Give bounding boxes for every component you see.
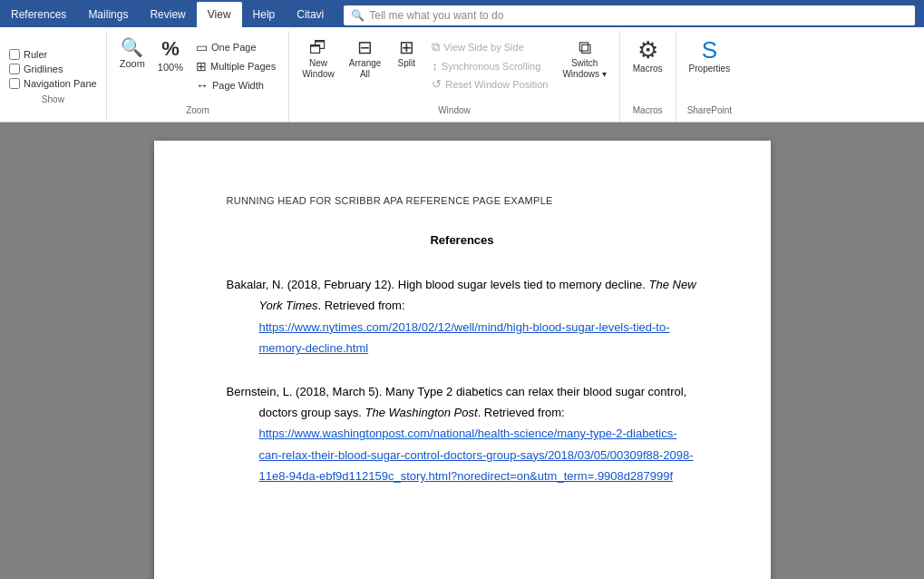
multiple-pages-label: Multiple Pages [210, 61, 276, 72]
window-group: 🗗 New Window ⊟ Arrange All ⊞ Split ⧉ Vie… [289, 31, 620, 122]
macros-label: Macros [633, 64, 663, 74]
page-width-label: Page Width [212, 80, 264, 91]
ref1-after-italic: . Retrieved from: [317, 299, 404, 312]
search-icon: 🔍 [351, 9, 365, 22]
zoom-group-label: Zoom [186, 105, 209, 118]
arrange-all-label: Arrange All [349, 58, 382, 80]
synchronous-scrolling-button[interactable]: ↕ Synchronous Scrolling [426, 57, 553, 74]
reset-window-label: Reset Window Position [445, 79, 548, 90]
gridlines-checkbox-row[interactable]: Gridlines [9, 64, 97, 74]
split-label: Split [398, 58, 415, 69]
properties-button[interactable]: S Properties [684, 34, 736, 78]
ref1-link[interactable]: https://www.nytimes.com/2018/02/12/well/… [259, 320, 670, 355]
window-buttons-top: 🗗 New Window ⊟ Arrange All ⊞ Split ⧉ Vie… [297, 34, 612, 105]
reference-2: Bernstein, L. (2018, March 5). Many Type… [227, 381, 698, 487]
sharepoint-icon: S [702, 38, 717, 62]
zoom-group: 🔍 Zoom % 100% ▭ One Page ⊞ Multiple Page… [107, 31, 289, 122]
zoom-100-button[interactable]: % 100% [152, 34, 189, 77]
macros-button[interactable]: ⚙ Macros [627, 34, 668, 78]
ref2-italic: The Washington Post [365, 406, 478, 419]
zoom-percent-icon: % [161, 38, 180, 60]
sharepoint-group: S Properties SharePoint [676, 31, 744, 122]
new-window-icon: 🗗 [309, 38, 327, 56]
ruler-checkbox-row[interactable]: Ruler [9, 49, 97, 60]
multiple-pages-icon: ⊞ [196, 59, 207, 74]
window-stacked-options: ⧉ View Side by Side ↕ Synchronous Scroll… [426, 34, 553, 93]
tab-bar: References Mailings Review View Help Cit… [0, 0, 924, 27]
show-group: Ruler Gridlines Navigation Pane Show [0, 31, 107, 122]
show-group-label: Show [9, 93, 97, 104]
new-window-label: New Window [302, 58, 335, 80]
sync-scroll-label: Synchronous Scrolling [442, 61, 540, 72]
macros-icon: ⚙ [637, 38, 658, 62]
reset-window-icon: ↺ [432, 77, 442, 91]
ref1-before-link: Bakalar, N. (2018, February 12). High bl… [227, 278, 649, 291]
ref2-link[interactable]: https://www.washingtonpost.com/national/… [259, 427, 694, 483]
one-page-icon: ▭ [196, 40, 208, 54]
sharepoint-group-label: SharePoint [687, 105, 732, 118]
macros-group-label: Macros [633, 105, 663, 118]
new-window-button[interactable]: 🗗 New Window [297, 34, 340, 83]
zoom-percent-label: 100% [158, 62, 183, 74]
doc-title: References [227, 233, 698, 247]
search-bar[interactable]: 🔍 Tell me what you want to do [344, 5, 915, 25]
navigation-pane-label: Navigation Pane [24, 78, 97, 89]
document-area: RUNNING HEAD FOR SCRIBBR APA REFERENCE P… [0, 123, 924, 579]
zoom-buttons: 🔍 Zoom % 100% ▭ One Page ⊞ Multiple Page… [114, 34, 281, 94]
tab-review[interactable]: Review [139, 2, 196, 27]
split-icon: ⊞ [399, 38, 414, 56]
view-side-by-side-button[interactable]: ⧉ View Side by Side [426, 38, 553, 56]
ref2-text: Bernstein, L. (2018, March 5). Many Type… [259, 381, 698, 487]
arrange-all-button[interactable]: ⊟ Arrange All [344, 34, 387, 83]
zoom-button[interactable]: 🔍 Zoom [114, 34, 151, 74]
ribbon: Ruler Gridlines Navigation Pane Show 🔍 Z… [0, 27, 924, 123]
page-width-icon: ↔ [196, 78, 209, 93]
one-page-label: One Page [211, 42, 257, 53]
reset-window-button[interactable]: ↺ Reset Window Position [426, 75, 553, 93]
reference-1: Bakalar, N. (2018, February 12). High bl… [227, 274, 698, 359]
view-side-icon: ⧉ [432, 40, 440, 54]
ref2-after-italic: . Retrieved from: [478, 406, 565, 419]
window-group-label: Window [297, 105, 612, 118]
switch-windows-button[interactable]: ⧉ Switch Windows ▾ [557, 34, 611, 83]
document-page: RUNNING HEAD FOR SCRIBBR APA REFERENCE P… [154, 141, 771, 579]
document-body: Bakalar, N. (2018, February 12). High bl… [227, 274, 698, 487]
search-placeholder: Tell me what you want to do [369, 9, 503, 22]
running-head: RUNNING HEAD FOR SCRIBBR APA REFERENCE P… [227, 195, 698, 206]
multiple-pages-button[interactable]: ⊞ Multiple Pages [190, 57, 281, 75]
zoom-btn-label: Zoom [120, 58, 145, 70]
tab-citavi[interactable]: Citavi [286, 2, 335, 27]
navigation-pane-checkbox-row[interactable]: Navigation Pane [9, 78, 97, 89]
switch-windows-label: Switch Windows ▾ [562, 58, 606, 80]
tab-view[interactable]: View [197, 2, 242, 27]
zoom-stacked: ▭ One Page ⊞ Multiple Pages ↔ Page Width [190, 34, 281, 94]
ruler-checkbox[interactable] [9, 49, 20, 60]
tab-mailings[interactable]: Mailings [77, 2, 139, 27]
view-side-label: View Side by Side [443, 42, 523, 53]
ref1-text: Bakalar, N. (2018, February 12). High bl… [259, 274, 698, 359]
zoom-icon: 🔍 [121, 38, 143, 56]
gridlines-label: Gridlines [24, 64, 63, 74]
split-button[interactable]: ⊞ Split [390, 34, 423, 73]
arrange-all-icon: ⊟ [357, 38, 373, 56]
properties-label: Properties [689, 64, 731, 74]
tab-references[interactable]: References [0, 2, 77, 27]
one-page-button[interactable]: ▭ One Page [190, 38, 281, 56]
macros-group: ⚙ Macros Macros [620, 31, 676, 122]
page-width-button[interactable]: ↔ Page Width [190, 76, 281, 94]
gridlines-checkbox[interactable] [9, 64, 20, 74]
tab-help[interactable]: Help [242, 2, 287, 27]
sync-scroll-icon: ↕ [432, 59, 438, 73]
ruler-label: Ruler [24, 49, 47, 60]
switch-windows-icon: ⧉ [579, 38, 591, 56]
navigation-pane-checkbox[interactable] [9, 78, 20, 89]
